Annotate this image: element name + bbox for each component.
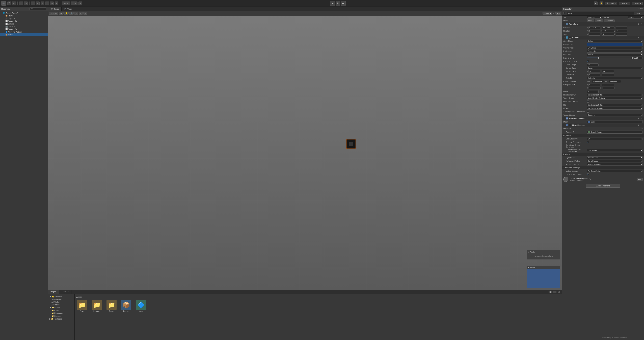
lens-y-input[interactable] [602, 74, 614, 76]
fx-btn[interactable]: ✦ [74, 12, 78, 15]
element-0-ref[interactable]: Default-Material [587, 131, 643, 134]
vp-y-input[interactable] [602, 84, 614, 86]
fov-slider[interactable] [587, 58, 630, 58]
multi-icon[interactable]: ✦ [55, 2, 58, 5]
background-color[interactable] [587, 43, 643, 46]
camera-section[interactable]: ▼ C ✓ Camera ℹ ⋮ [562, 36, 644, 40]
sidebar-resources[interactable]: 📁 Resources [49, 312, 74, 315]
hierarchy-item-capture[interactable]: 🎥 Capture [0, 17, 48, 20]
physical-camera-checkbox[interactable]: ✓ [587, 60, 589, 62]
asset-resources[interactable]: 📁 Resour... [91, 299, 102, 313]
dynamic-occlusion-checkbox[interactable]: ✓ [587, 173, 589, 175]
position-z-input[interactable] [616, 26, 628, 29]
receive-gi-dropdown[interactable]: Light Probes ▾ [587, 149, 643, 152]
hierarchy-item-player[interactable]: ▶ 📦 Player [0, 15, 48, 17]
undo-icon[interactable]: ↩ [19, 2, 23, 5]
asset-learning[interactable]: 📦 Learni... [120, 299, 132, 313]
mesh-filter-options-icon[interactable]: ⋮ [640, 117, 643, 120]
overrides-button[interactable]: Overrides [604, 20, 614, 22]
anchor-override-dropdown[interactable]: None (Transform) ▾ [587, 163, 643, 166]
shaded-dropdown[interactable]: Shaded ▾ [49, 12, 58, 15]
play-button[interactable]: ▶ [330, 1, 335, 6]
audio-btn[interactable]: 🔊 [69, 12, 74, 15]
object-name-input[interactable] [567, 12, 634, 15]
receive-shadows-checkbox[interactable]: ✓ [587, 141, 589, 143]
rect-icon[interactable]: ▭ [50, 2, 54, 5]
hierarchy-item-scene[interactable]: ▼ 🌐 SampleScene* ⋮ [0, 12, 48, 15]
object-active-checkbox[interactable]: ✓ [563, 12, 565, 14]
hdr-dropdown[interactable]: Use Graphics Settings ▾ [587, 104, 643, 106]
hierarchy-item-camera[interactable]: 📷 Camera [0, 25, 48, 28]
2d-toggle[interactable]: 2D [59, 12, 64, 15]
redo-icon[interactable]: ↪ [24, 2, 28, 5]
vp-x-input[interactable] [588, 84, 600, 86]
vp-h-input[interactable] [603, 87, 614, 90]
scale-z-input[interactable] [616, 33, 628, 36]
tab-game[interactable]: 🎮 Game [62, 7, 75, 11]
pause-button[interactable]: ⏸ [336, 1, 340, 6]
hierarchy-item-moving-platform[interactable]: 🔷 Moveing Platform [0, 31, 48, 33]
sidebar-favorites[interactable]: ▼ ⭐ Favorites [49, 295, 74, 298]
all-dropdown[interactable]: All ▾ [556, 12, 561, 15]
sensor-type-dropdown[interactable]: Custom ▾ [587, 67, 643, 69]
rotation-x-input[interactable] [588, 30, 600, 32]
gate-fit-dropdown[interactable]: Horizontal ▾ [587, 77, 643, 79]
move-collapse-arrow[interactable]: ▼ [528, 266, 530, 268]
scene-vis-btn[interactable]: 👁 [79, 12, 83, 15]
add-component-button[interactable]: Add Component [586, 184, 620, 188]
rendering-path-dropdown[interactable]: Use Graphics Settings ▾ [587, 94, 643, 96]
layers-menu[interactable]: Layers ▾ [619, 2, 630, 5]
mesh-renderer-checkbox[interactable]: ✓ [569, 124, 571, 126]
sidebar-all-materials[interactable]: All Materials [49, 298, 74, 301]
edit-material-button[interactable]: Edit [637, 178, 643, 181]
camera-options-icon[interactable]: ⋮ [640, 37, 643, 39]
mesh-renderer-info-icon[interactable]: ℹ [637, 124, 640, 126]
selected-object[interactable] [346, 139, 356, 149]
occlusion-culling-checkbox[interactable]: ✓ [587, 101, 589, 103]
asset-player[interactable]: 📁 Player [76, 299, 88, 313]
sidebar-all-models[interactable]: All Models [49, 301, 74, 303]
step-button[interactable]: ⏭ [341, 1, 346, 6]
tab-scene[interactable]: 🎬 Scene [48, 7, 62, 11]
light-probes-dropdown[interactable]: Blend Probes ▾ [587, 156, 643, 159]
move-icon[interactable]: ✥ [36, 2, 40, 5]
project-options-btn[interactable]: ⚙ [548, 291, 552, 293]
lights-btn[interactable]: 💡 [64, 12, 68, 15]
tab-console[interactable]: Console [59, 290, 71, 294]
depth-input[interactable] [587, 90, 598, 93]
mesh-renderer-section[interactable]: ▼ R ✓ Mesh Renderer ℹ ⋮ [562, 124, 644, 127]
msaa-dropdown[interactable]: Use Graphics Settings ▾ [587, 107, 643, 110]
sidebar-scenes[interactable]: 📁 Scenes [49, 315, 74, 317]
scene-view[interactable]: ▼ Tools No custom tools available ▼ Move [48, 16, 562, 290]
scale-y-input[interactable] [602, 33, 614, 36]
tab-project[interactable]: Project [48, 290, 59, 294]
scene-options[interactable]: ⋮ [46, 12, 48, 14]
vp-w-input[interactable] [589, 87, 600, 90]
tag-dropdown[interactable]: Untagged ▾ [587, 16, 602, 19]
fov-value-input[interactable] [631, 57, 643, 59]
static-arrow[interactable]: ▾ [642, 12, 643, 15]
allow-dynamic-resolution-checkbox[interactable] [587, 111, 589, 113]
hierarchy-item-move[interactable]: 📦 Move [0, 33, 48, 36]
position-y-input[interactable] [602, 26, 614, 29]
transform-options-icon[interactable]: ⋮ [640, 23, 643, 25]
asset-scenes[interactable]: 📁 Scenes [106, 299, 117, 313]
rotation-y-input[interactable] [602, 30, 614, 32]
transform-icon[interactable]: ⊹ [31, 2, 35, 5]
reflection-probes-dropdown[interactable]: Blend Probes ▾ [587, 160, 643, 162]
fov-axis-dropdown[interactable]: Vertical ▾ [587, 53, 643, 56]
camera-enabled-checkbox[interactable]: ✓ [569, 37, 571, 39]
near-input[interactable] [592, 80, 604, 83]
hierarchy-search[interactable] [30, 8, 46, 10]
layer-dropdown[interactable]: Default ▾ [628, 16, 643, 19]
projection-dropdown[interactable]: Perspective ▾ [587, 50, 643, 53]
layout-menu[interactable]: Layout ▾ [632, 2, 643, 5]
lens-x-input[interactable] [588, 74, 600, 76]
gizmos-dropdown[interactable]: Gizmos ▾ [542, 12, 552, 15]
snap-icon[interactable]: ⊞ [78, 2, 82, 5]
sidebar-packages[interactable]: ▶ 📁 Packages [49, 317, 74, 320]
scale-icon[interactable]: ⤢ [45, 2, 49, 5]
hierarchy-item-square3[interactable]: ⬜ Square (3) [0, 28, 48, 31]
mesh-renderer-options-icon[interactable]: ⋮ [640, 124, 643, 126]
local-icon[interactable]: Local [71, 2, 78, 5]
